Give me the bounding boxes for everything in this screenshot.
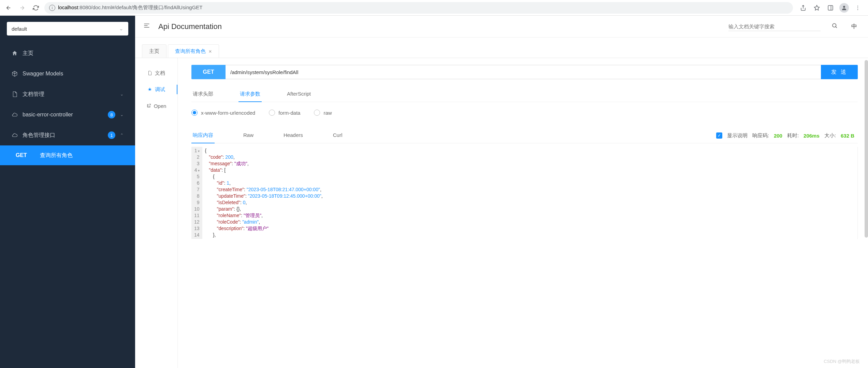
group-select[interactable]: default ⌄ bbox=[7, 22, 128, 36]
tab-label: 查询所有角色 bbox=[175, 48, 206, 55]
chevron-down-icon: ⌄ bbox=[120, 92, 124, 97]
svg-point-1 bbox=[843, 6, 845, 8]
toolbar-right bbox=[796, 3, 865, 13]
code-lines: { "code": 200, "message": "成功", "data": … bbox=[202, 147, 326, 239]
radio-label: form-data bbox=[278, 110, 300, 116]
file-icon bbox=[147, 71, 152, 75]
send-button[interactable]: 发 送 bbox=[821, 65, 858, 79]
page-title: Api Documentation bbox=[158, 22, 720, 31]
tab-resp-headers[interactable]: Headers bbox=[282, 128, 304, 143]
sidebar-item-label: 角色管理接口 bbox=[23, 132, 103, 139]
tab-label: 主页 bbox=[149, 48, 159, 55]
sidebar-subitem-findall[interactable]: GET 查询所有角色 bbox=[0, 145, 135, 165]
sidebar-subitem-label: 查询所有角色 bbox=[40, 152, 73, 159]
tab-findall[interactable]: 查询所有角色✕ bbox=[168, 44, 219, 58]
tab-resp-curl[interactable]: Curl bbox=[332, 128, 344, 143]
chevron-down-icon: ⌄ bbox=[120, 112, 124, 117]
svg-point-6 bbox=[149, 88, 151, 90]
vtab-open[interactable]: Open bbox=[135, 98, 177, 114]
tab-resp-body[interactable]: 响应内容 bbox=[191, 128, 215, 143]
watermark: CSDN @鸭鸭老板 bbox=[824, 358, 860, 365]
cloud-icon bbox=[12, 112, 18, 118]
share-icon[interactable] bbox=[798, 3, 808, 13]
size-value: 632 B bbox=[841, 133, 854, 139]
vtab-label: Open bbox=[154, 103, 167, 109]
response-tabs: 响应内容 Raw Headers Curl bbox=[191, 128, 716, 143]
sidebar-item-role-api[interactable]: 角色管理接口 1 ⌃ bbox=[7, 125, 128, 145]
cloud-icon bbox=[12, 132, 18, 138]
sidebar-item-label: basic-error-controller bbox=[23, 112, 103, 118]
radio-label: x-www-form-urlencoded bbox=[201, 110, 255, 116]
vertical-tabs: 文档 调试 Open bbox=[135, 58, 178, 368]
code-label: 响应码: bbox=[752, 132, 769, 139]
doc-icon bbox=[12, 91, 18, 97]
tab-resp-raw[interactable]: Raw bbox=[242, 128, 255, 143]
code-value: 200 bbox=[774, 133, 782, 139]
sidebar-item-swagger-models[interactable]: Swagger Models bbox=[7, 63, 128, 84]
count-badge: 1 bbox=[108, 131, 115, 139]
address-bar[interactable]: i localhost:8080/doc.html#/default/角色管理接… bbox=[44, 2, 793, 14]
tab-afterscript[interactable]: AfterScript bbox=[286, 87, 312, 102]
home-icon bbox=[12, 50, 18, 56]
sidebar-item-home[interactable]: 主页 bbox=[7, 43, 128, 63]
menu-icon[interactable] bbox=[853, 3, 863, 13]
bookmark-icon[interactable] bbox=[812, 3, 822, 13]
request-tabs: 请求头部 请求参数 AfterScript bbox=[191, 87, 858, 102]
search-box[interactable] bbox=[728, 22, 821, 31]
menu-toggle-icon[interactable] bbox=[143, 22, 150, 31]
back-button[interactable] bbox=[3, 3, 14, 13]
svg-point-2 bbox=[857, 5, 858, 6]
svg-point-4 bbox=[857, 9, 858, 10]
tab-home[interactable]: 主页 bbox=[142, 44, 167, 58]
sidebar-item-doc-manage[interactable]: 文档管理 ⌄ bbox=[7, 84, 128, 104]
search-icon[interactable] bbox=[829, 23, 840, 30]
vtab-debug[interactable]: 调试 bbox=[135, 81, 177, 98]
sidebar-item-basic-error[interactable]: basic-error-controller 8 ⌄ bbox=[7, 104, 128, 125]
checkbox-icon[interactable]: ✓ bbox=[716, 132, 722, 139]
radio-raw[interactable]: raw bbox=[314, 110, 332, 116]
svg-rect-0 bbox=[828, 5, 833, 10]
forward-button[interactable] bbox=[17, 3, 27, 13]
radio-formdata[interactable]: form-data bbox=[269, 110, 300, 116]
method-badge: GET bbox=[191, 65, 226, 79]
debug-panel: GET 发 送 请求头部 请求参数 AfterScript x-www-form… bbox=[178, 58, 868, 368]
panel-icon[interactable] bbox=[826, 3, 835, 13]
site-info-icon[interactable]: i bbox=[49, 5, 55, 11]
search-input[interactable] bbox=[728, 24, 821, 29]
vtab-label: 文档 bbox=[155, 70, 165, 76]
svg-point-3 bbox=[857, 7, 858, 8]
radio-icon bbox=[191, 110, 198, 116]
response-meta: ✓ 显示说明 响应码: 200 耗时: 206ms 大小: 632 B bbox=[716, 132, 858, 139]
count-badge: 8 bbox=[108, 111, 115, 118]
tab-req-params[interactable]: 请求参数 bbox=[238, 87, 262, 102]
radio-icon bbox=[269, 110, 275, 116]
radio-icon bbox=[314, 110, 320, 116]
sidebar-item-label: 主页 bbox=[23, 50, 124, 57]
scrollbar[interactable] bbox=[865, 60, 868, 238]
sidebar: default ⌄ 主页 Swagger Models 文档管理 ⌄ basic… bbox=[0, 16, 135, 368]
body-type-radios: x-www-form-urlencoded form-data raw bbox=[191, 110, 858, 116]
language-toggle[interactable]: 中 bbox=[849, 23, 860, 30]
chevron-up-icon: ⌃ bbox=[120, 133, 124, 138]
radio-urlencoded[interactable]: x-www-form-urlencoded bbox=[191, 110, 255, 116]
reload-button[interactable] bbox=[31, 3, 41, 13]
profile-avatar[interactable] bbox=[839, 3, 849, 13]
response-body[interactable]: 1234567891011121314 { "code": 200, "mess… bbox=[191, 147, 858, 239]
url-text: localhost:8080/doc.html#/default/角色管理接口/… bbox=[58, 4, 203, 11]
close-icon[interactable]: ✕ bbox=[208, 49, 212, 54]
browser-toolbar: i localhost:8080/doc.html#/default/角色管理接… bbox=[0, 0, 868, 16]
group-select-value: default bbox=[12, 26, 27, 32]
show-desc-label: 显示说明 bbox=[727, 132, 748, 139]
tab-req-headers[interactable]: 请求头部 bbox=[191, 87, 215, 102]
sidebar-item-label: Swagger Models bbox=[23, 71, 124, 77]
time-value: 206ms bbox=[804, 133, 820, 139]
main-content: Api Documentation 中 主页 查询所有角色✕ 文档 调试 Ope… bbox=[135, 16, 868, 368]
sidebar-item-label: 文档管理 bbox=[23, 91, 115, 98]
size-label: 大小: bbox=[824, 132, 836, 139]
vtab-doc[interactable]: 文档 bbox=[135, 65, 177, 81]
path-input[interactable] bbox=[226, 65, 821, 79]
cube-icon bbox=[12, 71, 18, 77]
http-method-label: GET bbox=[16, 152, 27, 158]
vtab-label: 调试 bbox=[155, 86, 165, 93]
chevron-down-icon: ⌄ bbox=[119, 26, 124, 32]
